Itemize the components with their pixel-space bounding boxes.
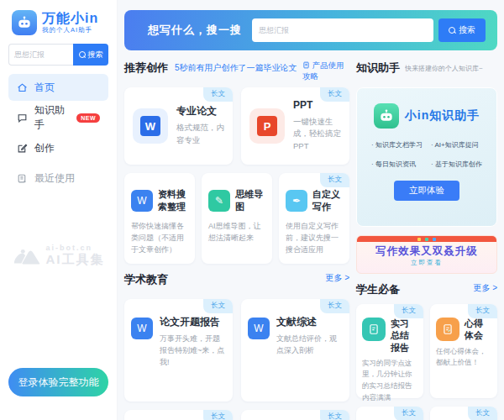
academic-section-header: 学术教育 更多 > [124, 272, 349, 297]
card-desc: 实习的同学点这里，几分钟让你的实习总结报告内容满满 [362, 358, 417, 403]
feature-item: 基于知识库创作 [431, 160, 482, 169]
card-partial[interactable]: 长文 [241, 410, 349, 420]
user-activity-ticker: 5秒前有用户创作了一篇毕业论文 [175, 62, 302, 74]
hero-banner: 想写什么，搜一搜 搜索 [124, 10, 497, 50]
card-partial[interactable]: 长文 [124, 410, 233, 420]
card-title: 资料搜索整理 [158, 188, 188, 213]
promo-banner[interactable]: 写作效果又双叒升级 立即查看 [356, 235, 497, 274]
sidebar-item-knowledge[interactable]: 知识助手 NEW [8, 104, 108, 131]
long-text-badge: 长文 [203, 87, 233, 102]
word-icon: W [131, 318, 153, 339]
section-title: 学术教育 [124, 272, 168, 287]
section-title: 学生必备 [356, 282, 400, 297]
card-title: 思维导图 [235, 188, 265, 213]
robot-logo-icon [12, 10, 37, 35]
app-tagline: 我的个人AI助手 [42, 26, 98, 34]
home-icon [17, 82, 28, 93]
card-ppt[interactable]: 长文 P PPT 一键快速生成，轻松搞定PPT [241, 87, 349, 165]
academic-cards-row-partial: 长文 长文 [124, 410, 349, 420]
recommend-header: 推荐创作 5秒前有用户创作了一篇毕业论文 产品使用攻略 [124, 60, 349, 86]
card-title: 自定义写作 [312, 188, 343, 213]
word-icon: W [133, 108, 168, 144]
long-text-badge: 长文 [203, 299, 233, 313]
long-text-badge: 长文 [320, 173, 349, 187]
try-now-button[interactable]: 立即体验 [394, 181, 459, 201]
recent-icon [17, 173, 28, 184]
login-button[interactable]: 登录体验完整功能 [8, 368, 108, 396]
panel-title: 小in知识助手 [405, 108, 480, 123]
long-text-badge: 长文 [320, 87, 349, 102]
new-badge: NEW [76, 113, 100, 123]
sidebar-item-label: 首页 [34, 81, 55, 95]
sidebar-search: 搜索 [8, 44, 108, 66]
pen-icon: ✒ [286, 190, 307, 212]
card-partial[interactable]: 长文 [356, 407, 423, 420]
feature-list: 知识库文档学习 AI+知识库提问 每日知识资讯 基于知识库创作 [363, 140, 491, 169]
watermark: ai-bot.cn AI工具集 [0, 244, 117, 268]
card-partial[interactable]: 长文 [430, 407, 497, 420]
hero-label: 想写什么，搜一搜 [148, 23, 242, 38]
sidebar-item-home[interactable]: 首页 [8, 74, 108, 101]
card-title: 实习总结报告 [391, 318, 417, 354]
card-desc: 万事开头难，开题报告特别难~来，点我! [160, 333, 226, 369]
tool-cards-row: W 资料搜索整理 帮你快速搞懂各类问题（不适用于文章创作） ✎ 思维导图 AI思… [124, 173, 349, 264]
knowledge-subtitle: 快来搭建你的个人知识库~ [405, 64, 483, 73]
card-desc: 文献总结评价，观点深入剖析 [276, 333, 343, 357]
product-guide-link[interactable]: 产品使用攻略 [302, 60, 349, 82]
report-icon [362, 318, 386, 341]
hero-search: 搜索 [252, 18, 486, 42]
app-window: 万能小in 我的个人AI助手 搜索 首页 知识助手 NEW 创作 [0, 0, 504, 420]
card-research-search[interactable]: W 资料搜索整理 帮你快速搞懂各类问题（不适用于文章创作） [124, 173, 195, 264]
feature-item: AI+知识库提问 [431, 140, 482, 150]
student-cards-row: 长文 实习总结报告 实习的同学点这里，几分钟让你的实习总结报告内容满满 长文 [356, 304, 497, 398]
watermark-line1: ai-bot.cn [46, 244, 105, 252]
sidebar-search-button[interactable]: 搜索 [73, 44, 108, 66]
hero-search-input[interactable] [252, 18, 433, 42]
app-title: 万能小in [42, 11, 98, 26]
promo-subtitle: 立即查看 [357, 259, 496, 267]
long-text-badge: 长文 [320, 410, 349, 420]
card-thesis-proposal[interactable]: 长文 W 论文开题报告 万事开头难，开题报告特别难~来，点我! [124, 299, 233, 402]
card-custom-writing[interactable]: 长文 ✒ 自定义写作 使用自定义写作前，建议先搜一搜合适应用 [279, 173, 349, 264]
long-text-badge: 长文 [320, 299, 349, 313]
sidebar-item-label: 创作 [34, 141, 55, 155]
card-reflections[interactable]: 长文 心得体会 任何心得体会，都献上价值！ [430, 304, 497, 398]
recommend-title: 推荐创作 [124, 60, 168, 76]
hero-search-button[interactable]: 搜索 [438, 18, 486, 42]
sidebar-search-input[interactable] [8, 44, 73, 66]
long-text-badge: 长文 [394, 304, 423, 318]
word-icon: W [248, 318, 270, 339]
search-icon [449, 27, 456, 34]
card-title: 论文开题报告 [160, 316, 226, 329]
ppt-icon: P [249, 108, 285, 144]
document-icon [302, 61, 310, 69]
card-desc: AI思维导图，让想法清晰起来 [208, 220, 265, 244]
knowledge-header: 知识助手 快来搭建你的个人知识库~ [356, 60, 497, 86]
watermark-logo-icon [13, 247, 41, 265]
long-text-badge: 长文 [394, 407, 423, 420]
knowledge-title: 知识助手 [356, 60, 400, 76]
card-title: 心得体会 [465, 318, 491, 342]
long-text-badge: 长文 [203, 410, 233, 420]
more-link[interactable]: 更多 > [473, 282, 497, 294]
card-internship-report[interactable]: 长文 实习总结报告 实习的同学点这里，几分钟让你的实习总结报告内容满满 [356, 304, 423, 398]
card-mindmap[interactable]: ✎ 思维导图 AI思维导图，让想法清晰起来 [202, 173, 272, 264]
feature-item: 知识库文档学习 [371, 140, 423, 150]
card-desc: 一键快速生成，轻松搞定PPT [293, 116, 341, 153]
knowledge-assistant-panel: 小in知识助手 知识库文档学习 AI+知识库提问 每日知识资讯 基于知识库创作 … [356, 87, 497, 227]
app-logo[interactable]: 万能小in 我的个人AI助手 [8, 8, 108, 44]
notes-icon [436, 318, 459, 341]
card-desc: 格式规范，内容专业 [176, 122, 224, 146]
sidebar-nav: 首页 知识助手 NEW 创作 最近使用 [8, 74, 108, 192]
promo-banner-trim [357, 236, 496, 242]
search-icon [79, 51, 87, 59]
sidebar-item-recent[interactable]: 最近使用 [8, 165, 108, 192]
long-text-badge: 长文 [468, 304, 497, 318]
main-content: 想写什么，搜一搜 搜索 推荐创作 5秒前有用户创作了一篇毕业论文 产品使用攻略 [118, 0, 504, 420]
card-desc: 使用自定义写作前，建议先搜一搜合适应用 [286, 220, 343, 256]
card-literature-review[interactable]: 长文 W 文献综述 文献总结评价，观点深入剖析 [241, 299, 349, 402]
sidebar-item-create[interactable]: 创作 [8, 134, 108, 161]
card-desc: 任何心得体会，都献上价值！ [436, 346, 491, 369]
more-link[interactable]: 更多 > [325, 272, 349, 284]
card-professional-paper[interactable]: 长文 W 专业论文 格式规范，内容专业 [124, 87, 233, 165]
